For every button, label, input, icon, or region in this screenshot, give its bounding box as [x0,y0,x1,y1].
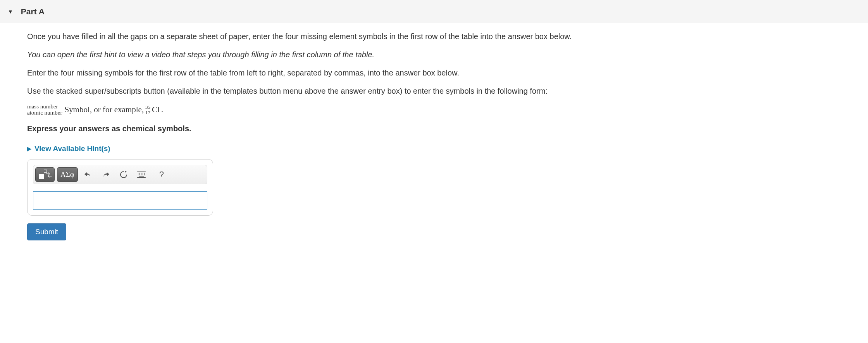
undo-button[interactable] [80,167,96,182]
keyboard-button[interactable] [134,167,149,182]
hints-label: View Available Hint(s) [34,144,110,153]
templates-button[interactable] [35,167,55,182]
mass-number-label: mass number [27,104,62,110]
instruction-paragraph: Use the stacked super/subscripts button … [27,86,845,97]
undo-icon [84,171,92,178]
greek-letters-label: ΑΣφ [60,170,74,179]
express-format: Express your answers as chemical symbols… [27,123,845,134]
view-hints-button[interactable]: ▶ View Available Hint(s) [27,144,110,153]
instruction-hint-note: You can open the first hint to view a vi… [27,49,845,60]
redo-button[interactable] [98,167,114,182]
reset-icon [119,170,128,179]
expand-caret-icon: ▶ [27,146,31,152]
help-button[interactable]: ? [154,167,169,182]
notation-period: . [161,105,163,115]
answer-input[interactable] [33,191,207,210]
instruction-paragraph: Once you have filled in all the gaps on … [27,31,845,42]
submit-button[interactable]: Submit [27,223,66,240]
redo-icon [102,171,110,178]
help-label: ? [159,170,164,180]
notation-stack-labels: mass number atomic number [27,104,62,116]
submit-label: Submit [35,228,58,236]
example-mass-number: 35 [145,105,150,110]
notation-example-numbers: 35 17 [145,105,150,115]
notation-example: mass number atomic number Symbol, or for… [27,104,845,116]
notation-middle-text: Symbol, or for example, [64,105,144,115]
part-body: Once you have filled in all the gaps on … [0,31,852,240]
instruction-paragraph: Enter the four missing symbols for the f… [27,67,845,79]
part-title: Part A [21,7,45,16]
collapse-caret-icon: ▼ [8,9,13,15]
answer-toolbar: ΑΣφ ? [33,165,207,184]
example-atomic-number: 17 [145,110,150,115]
templates-icon [39,170,51,179]
greek-letters-button[interactable]: ΑΣφ [57,167,78,182]
part-header[interactable]: ▼ Part A [0,0,868,23]
keyboard-icon [137,172,146,178]
reset-button[interactable] [116,167,131,182]
answer-panel: ΑΣφ ? [27,159,213,216]
example-element-symbol: Cl [152,105,160,115]
atomic-number-label: atomic number [27,110,62,116]
